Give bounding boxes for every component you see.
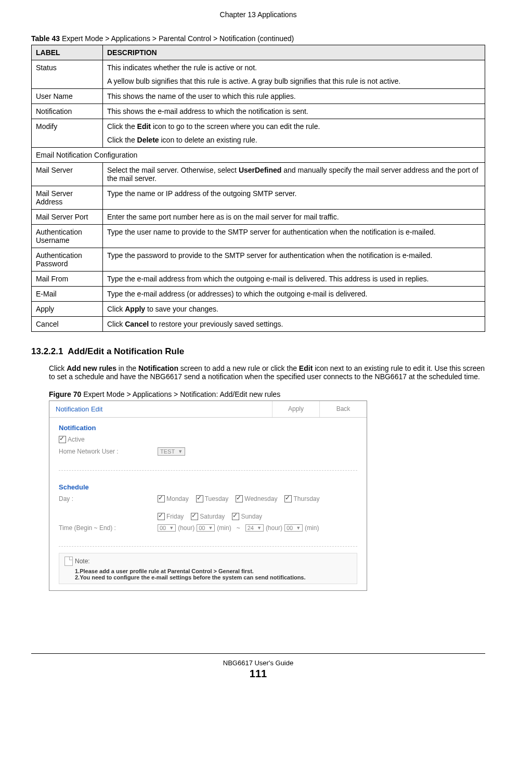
row-label: Authentication Password: [32, 248, 103, 272]
table-row: E-Mail Type the e-mail address (or addre…: [32, 287, 485, 302]
day-checkbox[interactable]: [196, 495, 203, 502]
chevron-down-icon: ▼: [296, 525, 301, 531]
hour-text: (hour): [266, 524, 282, 532]
table-row: User Name This shows the name of the use…: [32, 89, 485, 104]
row-label: Status: [32, 60, 103, 89]
home-user-label: Home Network User :: [59, 448, 158, 455]
chapter-header: Chapter 13 Applications: [31, 10, 485, 19]
row-desc-p2: Click the Delete icon to delete an exist…: [107, 136, 481, 144]
ui-screenshot: Notification Edit Apply Back Notificatio…: [49, 401, 367, 591]
note-item-2: 2.You need to configure the e-mail setti…: [75, 574, 352, 580]
chevron-down-icon: ▼: [257, 525, 262, 531]
note-icon: [64, 557, 73, 566]
section-heading: 13.2.2.1 Add/Edit a Notification Rule: [31, 346, 485, 357]
body-paragraph: Click Add new rules in the Notification …: [31, 364, 485, 381]
time-controls: 00▼ (hour) 00▼ (min) ~ 24▼ (hour) 00▼ (m…: [158, 524, 319, 532]
day-checkbox[interactable]: [191, 513, 198, 520]
day-checkbox[interactable]: [236, 495, 243, 502]
row-label: Authentication Username: [32, 225, 103, 248]
home-user-value: TEST: [160, 448, 175, 455]
hour-text: (hour): [178, 524, 194, 532]
row-desc: Click Cancel to restore your previously …: [103, 317, 485, 332]
schedule-section-title: Schedule: [59, 483, 357, 491]
min-text: (min): [305, 524, 319, 532]
row-desc: Enter the same port number here as is on…: [103, 210, 485, 225]
page-footer: NBG6617 User's Guide 111: [31, 653, 485, 680]
table-row: Mail From Type the e-mail address from w…: [32, 272, 485, 287]
table-row: Mail Server Port Enter the same port num…: [32, 210, 485, 225]
figure-caption-text: Expert Mode > Applications > Notificatio…: [81, 390, 280, 398]
row-label: Mail From: [32, 272, 103, 287]
day-checkbox[interactable]: [158, 495, 165, 502]
day-thursday: Thursday: [284, 495, 319, 502]
home-user-row: Home Network User : TEST ▼: [59, 447, 357, 456]
days-group: Monday Tuesday Wednesday Thursday Friday…: [158, 495, 357, 520]
home-user-select[interactable]: TEST ▼: [158, 447, 185, 456]
note-box: Note: 1.Please add a user profile rule a…: [59, 553, 357, 584]
table-row: Authentication Password Type the passwor…: [32, 248, 485, 272]
row-label: Modify: [32, 119, 103, 148]
tilde-text: ~: [237, 524, 240, 532]
table-row: Status This indicates whether the rule i…: [32, 60, 485, 89]
table-row: Apply Click Apply to save your changes.: [32, 302, 485, 317]
table-header-label: LABEL: [32, 45, 103, 60]
note-header: Note:: [64, 557, 352, 566]
row-desc: Click Apply to save your changes.: [103, 302, 485, 317]
document-page: Chapter 13 Applications Table 43 Expert …: [0, 0, 532, 695]
figure-caption: Figure 70 Expert Mode > Applications > N…: [31, 390, 485, 398]
row-desc: Type the password to provide to the SMTP…: [103, 248, 485, 272]
active-row: Active: [59, 436, 357, 443]
day-row: Day : Monday Tuesday Wednesday Thursday …: [59, 495, 357, 520]
day-checkbox[interactable]: [232, 513, 239, 520]
active-label: Active: [68, 436, 85, 443]
row-desc: Type the user name to provide to the SMT…: [103, 225, 485, 248]
begin-hour-select[interactable]: 00▼: [158, 524, 176, 532]
row-desc: This shows the name of the user to which…: [103, 89, 485, 104]
active-checkbox[interactable]: [59, 436, 66, 443]
row-label: E-Mail: [32, 287, 103, 302]
back-button[interactable]: Back: [319, 401, 367, 417]
table-row: Authentication Username Type the user na…: [32, 225, 485, 248]
note-list: 1.Please add a user profile rule at Pare…: [64, 568, 352, 580]
day-monday: Monday: [158, 495, 189, 502]
day-label: Day :: [59, 495, 158, 502]
note-item-1: 1.Please add a user profile rule at Pare…: [75, 568, 352, 574]
apply-button[interactable]: Apply: [272, 401, 319, 417]
row-label: Cancel: [32, 317, 103, 332]
day-checkbox[interactable]: [284, 495, 292, 502]
notification-section: Notification Active Home Network User : …: [49, 418, 367, 464]
schedule-section: Schedule Day : Monday Tuesday Wednesday …: [49, 477, 367, 540]
table-row: Modify Click the Edit icon to go to the …: [32, 119, 485, 148]
table-caption: Table 43 Expert Mode > Applications > Pa…: [31, 34, 485, 43]
day-friday: Friday: [158, 513, 184, 520]
note-label: Note:: [75, 558, 90, 565]
row-desc: Type the name or IP address of the outgo…: [103, 186, 485, 210]
section-title: Add/Edit a Notification Rule: [68, 346, 184, 356]
row-label: Mail Server: [32, 163, 103, 186]
row-desc: Select the mail server. Otherwise, selec…: [103, 163, 485, 186]
row-desc: This shows the e-mail address to which t…: [103, 104, 485, 119]
row-desc: Type the e-mail address from which the o…: [103, 272, 485, 287]
end-hour-select[interactable]: 24▼: [245, 524, 264, 532]
end-min-select[interactable]: 00▼: [284, 524, 303, 532]
table-header-row: LABEL DESCRIPTION: [32, 45, 485, 60]
footer-page-number: 111: [31, 668, 485, 680]
min-text: (min): [217, 524, 231, 532]
row-desc: Click the Edit icon to go to the screen …: [103, 119, 485, 148]
table-caption-text: Expert Mode > Applications > Parental Co…: [60, 34, 294, 43]
section-number: 13.2.2.1: [31, 346, 63, 356]
label-description-table: LABEL DESCRIPTION Status This indicates …: [31, 45, 485, 332]
begin-min-select[interactable]: 00▼: [197, 524, 215, 532]
table-caption-number: Table 43: [31, 34, 60, 43]
chevron-down-icon: ▼: [178, 449, 183, 454]
row-label: Mail Server Port: [32, 210, 103, 225]
table-row: Cancel Click Cancel to restore your prev…: [32, 317, 485, 332]
divider: [59, 470, 357, 471]
day-checkbox[interactable]: [158, 513, 165, 520]
chevron-down-icon: ▼: [169, 525, 174, 531]
table-row: Mail Server Select the mail server. Othe…: [32, 163, 485, 186]
divider: [59, 546, 357, 547]
figure-caption-number: Figure 70: [49, 390, 81, 398]
table-row: Mail Server Address Type the name or IP …: [32, 186, 485, 210]
row-label: Apply: [32, 302, 103, 317]
